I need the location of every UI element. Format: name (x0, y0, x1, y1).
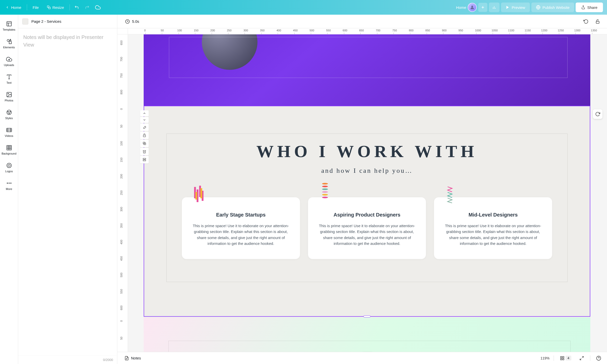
card-startups[interactable]: Early Stage Startups This is prime space… (182, 197, 300, 259)
file-menu[interactable]: File (29, 3, 42, 12)
reset-button[interactable] (581, 17, 591, 26)
gradient-section[interactable] (144, 317, 590, 352)
svg-point-47 (322, 183, 328, 184)
publish-button[interactable]: Publish Website (531, 3, 574, 12)
add-below-button[interactable] (140, 156, 149, 163)
fullscreen-button[interactable] (577, 354, 586, 362)
svg-rect-12 (7, 22, 11, 26)
sidebar-item-more[interactable]: More (0, 177, 18, 194)
chevron-up-icon (143, 112, 146, 115)
side-label: More (6, 187, 12, 190)
zigzag-icon (445, 186, 457, 203)
fullscreen-icon (579, 356, 584, 360)
sidebar-item-videos[interactable]: Videos (0, 123, 18, 141)
lock-button[interactable] (593, 17, 602, 26)
page-thumbnail[interactable] (22, 18, 28, 25)
ruler-tick: 1200 (541, 29, 547, 32)
upload-icon (581, 5, 585, 9)
who-section[interactable]: WHO I WORK WITH and how I can help you… … (144, 106, 590, 317)
notes-counter: 0/2000 (18, 355, 117, 364)
ruler-tick: 600 (120, 306, 123, 310)
ruler-tick: 500 (310, 29, 314, 32)
refresh-icon (595, 112, 600, 117)
ruler-tick: 800 (120, 90, 123, 94)
sidebar: Templates Elements Uploads Text Photos S… (0, 15, 18, 364)
page-float-toolbar (140, 110, 149, 163)
undo-button[interactable] (72, 3, 81, 12)
sidebar-item-logos[interactable]: Logos (0, 159, 18, 176)
duration-button[interactable]: 5.0s (122, 18, 142, 25)
side-label: Elements (3, 46, 15, 49)
sidebar-item-text[interactable]: Text (0, 70, 18, 88)
notes-header: Page 2 - Services (18, 15, 117, 28)
ruler-tick: 550 (120, 289, 123, 294)
duplicate-icon (142, 141, 146, 145)
side-label: Text (6, 81, 11, 84)
refresh-page-button[interactable] (593, 109, 602, 119)
ruler-tick: 800 (409, 29, 413, 32)
design-canvas[interactable]: WHO I WORK WITH and how I can help you… … (144, 34, 590, 352)
preview-button[interactable]: Preview (501, 3, 530, 12)
color-button[interactable] (140, 123, 149, 131)
help-button[interactable] (594, 354, 603, 362)
styles-icon (6, 109, 12, 116)
add-member-button[interactable] (478, 3, 487, 12)
play-icon (506, 5, 510, 9)
ruler-tick: 550 (326, 29, 331, 32)
move-up-button[interactable] (140, 110, 149, 116)
analytics-button[interactable] (489, 3, 500, 12)
card-body: This is prime space! Use it to elaborate… (445, 223, 541, 246)
sidebar-item-uploads[interactable]: Uploads (0, 53, 18, 70)
hero-purple-section[interactable] (144, 34, 590, 106)
zoom-level[interactable]: 119% (540, 356, 550, 360)
ruler-tick: 150 (120, 158, 123, 162)
sidebar-item-styles[interactable]: Styles (0, 106, 18, 123)
ruler-vertical[interactable]: 6507007508000501001502002503003504004505… (117, 34, 128, 352)
hero-avatar-image[interactable] (202, 34, 257, 70)
chart-icon (492, 5, 496, 10)
redo-button[interactable] (82, 3, 92, 12)
move-down-button[interactable] (140, 117, 149, 123)
sidebar-item-photos[interactable]: Photos (0, 88, 18, 105)
canvas-wrap: 0501001502002503003504004505005506006507… (117, 28, 607, 352)
notes-body[interactable]: Notes will be displayed in Presenter Vie… (18, 28, 117, 355)
svg-point-34 (7, 163, 11, 168)
publish-label: Publish Website (543, 5, 570, 10)
share-button[interactable]: Share (576, 3, 603, 12)
resize-button[interactable]: Resize (43, 3, 68, 12)
card-midlevel[interactable]: Mid-Level Designers This is prime space!… (434, 197, 552, 259)
cloud-sync-button[interactable] (93, 3, 103, 12)
plus-icon (481, 5, 485, 9)
sidebar-item-background[interactable]: Background (0, 141, 18, 158)
canvas-viewport[interactable]: WHO I WORK WITH and how I can help you… … (128, 34, 607, 352)
ruler-tick: 300 (120, 207, 123, 211)
duplicate-button[interactable] (140, 140, 149, 147)
section-subtitle[interactable]: and how I can help you… (177, 167, 557, 175)
bottom-bar: Notes 119% 4 (117, 352, 607, 364)
avatar[interactable] (468, 3, 477, 12)
notes-toggle-button[interactable]: Notes (121, 354, 144, 362)
notes-label: Notes (131, 356, 141, 360)
ruler-tick: 50 (161, 29, 164, 32)
delete-button[interactable] (140, 148, 149, 155)
divider (70, 4, 70, 10)
side-label: Styles (5, 117, 13, 120)
cards-row: Early Stage Startups This is prime space… (177, 197, 557, 259)
sidebar-item-elements[interactable]: Elements (0, 35, 18, 52)
document-title-input[interactable] (436, 5, 466, 10)
lock-page-button[interactable] (140, 132, 149, 139)
sidebar-item-templates[interactable]: Templates (0, 17, 18, 34)
crescent-decoration (295, 34, 346, 70)
ruler-horizontal[interactable]: 0501001502002503003504004505005506006507… (128, 28, 607, 34)
top-bar: Home File Resize (0, 0, 607, 15)
text-icon (6, 74, 12, 80)
svg-rect-41 (143, 135, 145, 137)
top-left: Home File Resize (2, 3, 103, 12)
videos-icon (6, 127, 12, 133)
home-button[interactable]: Home (2, 3, 25, 12)
card-aspiring[interactable]: Aspiring Product Designers This is prime… (308, 197, 426, 259)
page-grid-button[interactable]: 4 (558, 355, 573, 361)
ruler-tick: 650 (120, 40, 123, 45)
section-title[interactable]: WHO I WORK WITH (177, 141, 557, 161)
ruler-tick: 400 (120, 240, 123, 244)
